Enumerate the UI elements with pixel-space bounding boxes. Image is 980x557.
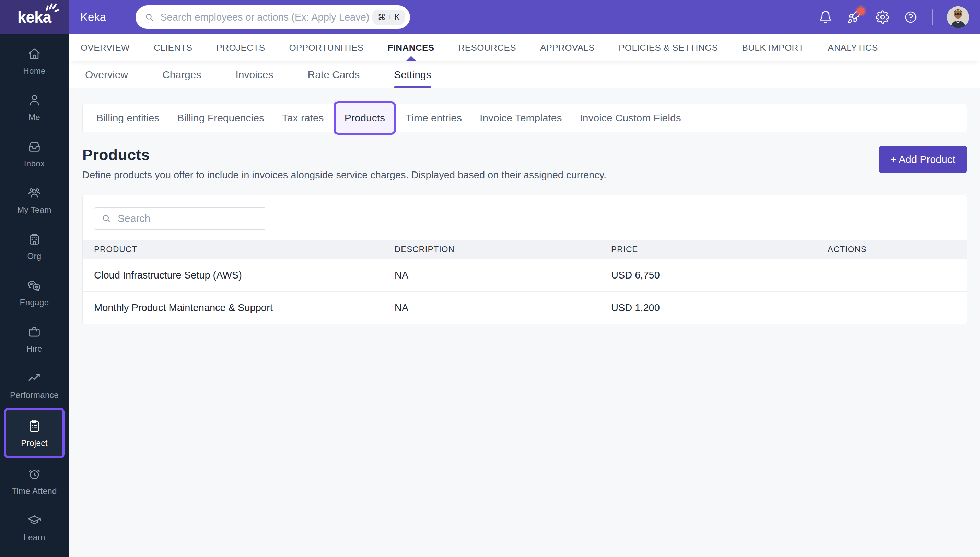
page-subtitle: Define products you offer to include in … — [82, 169, 606, 181]
tab-tax-rates[interactable]: Tax rates — [273, 112, 333, 124]
home-icon — [26, 46, 42, 62]
logo-spark-icon — [46, 2, 60, 14]
sidebar-item-engage[interactable]: Engage — [0, 269, 68, 316]
topbar-actions — [819, 6, 980, 28]
subnav-charges[interactable]: Charges — [162, 61, 201, 88]
sidebar-item-time-attend[interactable]: Time Attend — [0, 458, 68, 504]
subnav-rate-cards[interactable]: Rate Cards — [308, 61, 360, 88]
sidebar-item-label: Home — [23, 66, 46, 76]
column-header-product: PRODUCT — [83, 240, 383, 259]
settings-tab-bar: Billing entities Billing Frequencies Tax… — [82, 104, 967, 132]
subnav-settings[interactable]: Settings — [394, 61, 431, 88]
sidebar-item-label: Engage — [20, 298, 49, 307]
column-header-price: PRICE — [600, 240, 816, 259]
nav-projects[interactable]: PROJECTS — [216, 34, 265, 61]
sidebar: Home Me Inbox My Team Org — [0, 34, 68, 557]
sidebar-item-project[interactable]: Project — [4, 408, 65, 458]
column-header-description: DESCRIPTION — [383, 240, 600, 259]
content-area: Billing entities Billing Frequencies Tax… — [68, 88, 980, 324]
cell-price: USD 6,750 — [600, 259, 816, 292]
nav-opportunities[interactable]: OPPORTUNITIES — [289, 34, 364, 61]
sidebar-item-org[interactable]: Org — [0, 223, 68, 269]
tab-products[interactable]: Products — [336, 112, 394, 124]
subnav-invoices[interactable]: Invoices — [235, 61, 273, 88]
page-title: Products — [82, 146, 606, 164]
building-icon — [26, 231, 42, 247]
clipboard-icon — [26, 418, 42, 434]
notification-badge — [857, 7, 865, 15]
sidebar-item-label: My Team — [17, 205, 52, 215]
search-icon — [101, 213, 112, 224]
alarm-icon — [26, 466, 42, 482]
column-header-actions: ACTIONS — [816, 240, 967, 259]
tab-billing-entities[interactable]: Billing entities — [88, 112, 168, 124]
products-table-card: PRODUCT DESCRIPTION PRICE ACTIONS Cloud … — [82, 195, 967, 324]
sidebar-item-home[interactable]: Home — [0, 38, 68, 84]
sidebar-item-my-team[interactable]: My Team — [0, 177, 68, 223]
gear-icon[interactable] — [876, 10, 889, 24]
trend-icon — [26, 370, 42, 386]
cell-description: NA — [383, 292, 600, 324]
user-icon — [26, 92, 42, 108]
cell-price: USD 1,200 — [600, 292, 816, 324]
nav-finances[interactable]: FINANCES — [387, 34, 434, 61]
nav-clients[interactable]: CLIENTS — [154, 34, 192, 61]
table-row[interactable]: Cloud Infrastructure Setup (AWS) NA USD … — [83, 259, 967, 292]
grad-cap-icon — [26, 512, 42, 528]
table-search-input[interactable] — [118, 213, 260, 224]
sidebar-item-label: Org — [27, 251, 41, 261]
global-search-input[interactable] — [160, 11, 372, 23]
nav-approvals[interactable]: APPROVALS — [540, 34, 595, 61]
nav-overview[interactable]: OVERVIEW — [81, 34, 130, 61]
nav-policies-settings[interactable]: POLICIES & SETTINGS — [619, 34, 718, 61]
products-tab-highlight: Products — [334, 101, 396, 135]
shortcut-badge: ⌘ + K — [372, 10, 406, 25]
cell-description: NA — [383, 259, 600, 292]
sidebar-item-inbox[interactable]: Inbox — [0, 130, 68, 177]
cell-product: Monthly Product Maintenance & Support — [83, 292, 383, 324]
finances-sub-nav: Overview Charges Invoices Rate Cards Set… — [68, 61, 980, 88]
rocket-icon[interactable] — [847, 10, 861, 24]
sidebar-item-label: Time Attend — [11, 486, 57, 496]
topbar-divider — [932, 9, 933, 25]
app-title: Keka — [80, 11, 106, 24]
tab-invoice-custom-fields[interactable]: Invoice Custom Fields — [571, 112, 690, 124]
topbar: keka Keka ⌘ + K — [0, 0, 980, 34]
inbox-icon — [26, 138, 42, 154]
team-icon — [26, 185, 42, 200]
sidebar-item-label: Project — [21, 438, 48, 448]
cell-actions — [816, 292, 967, 324]
tab-time-entries[interactable]: Time entries — [397, 112, 471, 124]
subnav-overview[interactable]: Overview — [85, 61, 128, 88]
table-header-row: PRODUCT DESCRIPTION PRICE ACTIONS — [83, 240, 967, 259]
sidebar-item-label: Performance — [10, 390, 59, 400]
sidebar-item-hire[interactable]: Hire — [0, 316, 68, 362]
cell-product: Cloud Infrastructure Setup (AWS) — [83, 259, 383, 292]
global-search[interactable]: ⌘ + K — [135, 5, 410, 29]
sidebar-item-me[interactable]: Me — [0, 84, 68, 130]
avatar[interactable] — [947, 6, 969, 28]
add-product-button[interactable]: + Add Product — [879, 146, 967, 173]
sidebar-item-label: Me — [28, 112, 40, 122]
page-header: Products Define products you offer to in… — [82, 146, 967, 181]
sidebar-item-label: Hire — [26, 344, 42, 353]
nav-bulk-import[interactable]: BULK IMPORT — [742, 34, 804, 61]
sidebar-item-learn[interactable]: Learn — [0, 504, 68, 550]
main-nav: OVERVIEW CLIENTS PROJECTS OPPORTUNITIES … — [68, 34, 980, 61]
nav-resources[interactable]: RESOURCES — [458, 34, 516, 61]
search-icon — [144, 11, 155, 23]
tab-invoice-templates[interactable]: Invoice Templates — [471, 112, 571, 124]
products-table: PRODUCT DESCRIPTION PRICE ACTIONS Cloud … — [83, 240, 967, 324]
tab-billing-frequencies[interactable]: Billing Frequencies — [168, 112, 273, 124]
sidebar-item-label: Learn — [23, 533, 45, 542]
keka-logo[interactable]: keka — [0, 0, 68, 34]
sidebar-item-label: Inbox — [24, 159, 45, 168]
briefcase-icon — [26, 324, 42, 340]
bell-icon[interactable] — [819, 10, 832, 24]
table-search[interactable] — [94, 207, 266, 230]
cell-actions — [816, 259, 967, 292]
table-row[interactable]: Monthly Product Maintenance & Support NA… — [83, 292, 967, 324]
sidebar-item-performance[interactable]: Performance — [0, 362, 68, 408]
help-icon[interactable] — [904, 10, 918, 24]
nav-analytics[interactable]: ANALYTICS — [828, 34, 878, 61]
